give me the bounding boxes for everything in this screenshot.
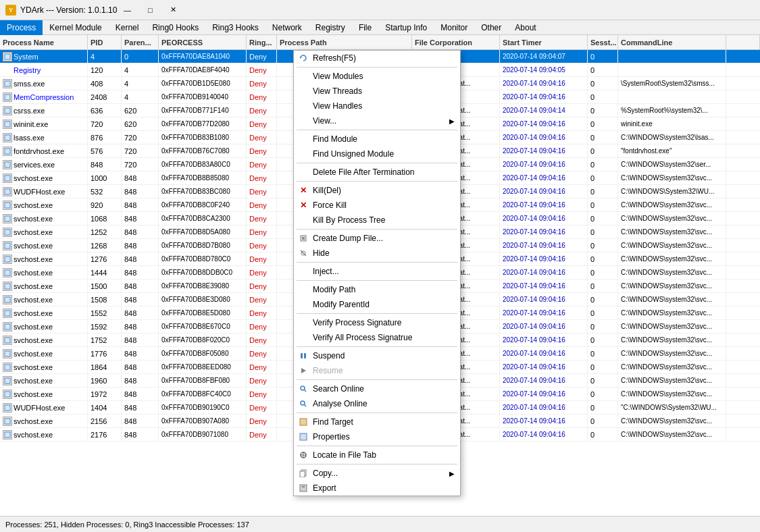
cell-ring: Deny	[247, 77, 277, 90]
context-menu-item-find-module[interactable]: Find Module	[294, 132, 460, 147]
cell-ring: Deny	[247, 117, 277, 130]
col-pid[interactable]: PID	[88, 35, 122, 49]
cell-timer: 2020-07-14 09:04:16	[500, 225, 588, 238]
cell-peorcess: 0xFFFA70DB9140040	[159, 90, 247, 103]
context-menu-item-export[interactable]: Export	[294, 481, 460, 496]
cell-cmd: \SystemRoot\System32\smss...	[618, 77, 726, 90]
context-menu-item-verify-sig[interactable]: Verify Process Signature	[294, 315, 460, 330]
cell-sess: 0	[588, 104, 618, 117]
cell-timer: 2020-07-14 09:04:16	[500, 117, 588, 130]
cell-timer: 2020-07-14 09:04:14	[500, 104, 588, 117]
svg-rect-6	[5, 149, 10, 154]
cell-ring: Deny	[247, 171, 277, 184]
col-process-path[interactable]: Process Path	[277, 35, 412, 49]
cell-sess: 0	[588, 415, 618, 427]
cell-peorcess: 0xFFFA70DB8E670C0	[159, 320, 247, 333]
process-name-text: svchost.exe	[14, 390, 53, 398]
menu-startup-info[interactable]: Startup Info	[378, 20, 434, 35]
cell-ring: Deny	[247, 361, 277, 373]
col-corp[interactable]: File Corporation	[412, 35, 500, 49]
cell-timer: 2020-07-14 09:04:16	[500, 171, 588, 184]
cell-cmd: C:\WINDOWS\system32\ser...	[618, 158, 726, 171]
menu-kernel-module[interactable]: Kernel Module	[43, 20, 108, 35]
cell-peorcess: 0xFFFA70DB8E39080	[159, 280, 247, 292]
menu-other[interactable]: Other	[474, 20, 508, 35]
context-menu-item-properties[interactable]: Properties	[294, 429, 460, 444]
cell-sess: 0	[588, 77, 618, 90]
cell-sess: 0	[588, 198, 618, 211]
context-menu-separator	[297, 229, 457, 230]
context-menu-item-dump[interactable]: Create Dump File...	[294, 231, 460, 246]
svg-rect-29	[301, 236, 306, 241]
cell-cmd: C:\WINDOWS\system32\svc...	[618, 198, 726, 211]
cell-name: svchost.exe	[0, 198, 88, 211]
cell-parent: 720	[122, 144, 159, 157]
context-menu-item-search-online[interactable]: Search Online	[294, 381, 460, 396]
context-menu-item-view-handles[interactable]: View Handles	[294, 99, 460, 113]
maximize-button[interactable]: □	[140, 3, 160, 18]
context-menu-item-copy[interactable]: Copy...▶	[294, 466, 460, 481]
ctx-label: Locate in File Tab	[313, 450, 376, 460]
context-menu-item-modify-path[interactable]: Modify Path	[294, 282, 460, 297]
process-icon	[3, 228, 12, 237]
context-menu-item-inject[interactable]: Inject...	[294, 264, 460, 279]
context-menu-item-view-modules[interactable]: View Modules	[294, 69, 460, 84]
svg-rect-13	[5, 243, 10, 248]
context-menu-item-hide[interactable]: Hide	[294, 246, 460, 261]
context-menu-item-analyse-online[interactable]: Analyse Online	[294, 396, 460, 411]
context-menu-item-view-threads[interactable]: View Threads	[294, 84, 460, 99]
menu-about[interactable]: About	[508, 20, 542, 35]
context-menu-item-delete-file[interactable]: Delete File After Termination	[294, 165, 460, 180]
col-sess[interactable]: Sesst...	[588, 35, 618, 49]
suspend-icon	[298, 350, 309, 361]
context-menu-item-modify-parent[interactable]: Modify ParentId	[294, 297, 460, 312]
cell-parent: 848	[122, 428, 159, 441]
context-menu-item-refresh[interactable]: Refresh(F5)	[294, 51, 460, 65]
cell-sess: 0	[588, 225, 618, 238]
col-cmd[interactable]: CommandLine	[618, 35, 726, 49]
col-ring[interactable]: Ring...	[247, 35, 277, 49]
close-button[interactable]: ✕	[163, 3, 183, 18]
context-menu-item-view[interactable]: View...▶	[294, 113, 460, 128]
ctx-label: Hide	[313, 248, 330, 258]
menu-network[interactable]: Network	[265, 20, 309, 35]
col-parent[interactable]: Paren...	[122, 35, 159, 49]
cell-peorcess: 0xFFFA70DB77D2080	[159, 117, 247, 130]
col-peorcess[interactable]: PEORCESS	[159, 35, 247, 49]
process-icon	[3, 349, 12, 358]
context-menu-item-force-kill[interactable]: ✕Force Kill	[294, 198, 460, 213]
col-timer[interactable]: Start Timer	[500, 35, 588, 49]
cell-ring: Deny	[247, 185, 277, 198]
context-menu-item-find-unsigned[interactable]: Find Unsigned Module	[294, 147, 460, 161]
cell-name: svchost.exe	[0, 212, 88, 225]
menu-file[interactable]: File	[352, 20, 378, 35]
minimize-button[interactable]: —	[117, 3, 137, 18]
menu-ring3-hooks[interactable]: Ring3 Hooks	[205, 20, 265, 35]
context-menu-item-kill-by-tree[interactable]: Kill By Process Tree	[294, 213, 460, 228]
svg-rect-48	[300, 485, 307, 491]
context-menu-item-locate-file[interactable]: Locate in File Tab	[294, 448, 460, 462]
cell-parent: 848	[122, 266, 159, 279]
dump-icon	[298, 233, 309, 244]
context-menu-separator	[297, 181, 457, 182]
context-menu-item-suspend[interactable]: Suspend	[294, 348, 460, 363]
menu-process[interactable]: Process	[0, 20, 43, 35]
menu-monitor[interactable]: Monitor	[434, 20, 474, 35]
cell-peorcess: 0xFFFA70DB9071080	[159, 428, 247, 441]
cell-name: svchost.exe	[0, 225, 88, 238]
menu-registry[interactable]: Registry	[309, 20, 352, 35]
cell-peorcess: 0xFFFA70DAE8F4040	[159, 63, 247, 76]
context-menu-item-kill[interactable]: ✕Kill(Del)	[294, 183, 460, 198]
cell-sess: 0	[588, 158, 618, 171]
context-menu-item-verify-all[interactable]: Verify All Process Signatrue	[294, 330, 460, 345]
search-icon	[298, 383, 309, 394]
cell-timer: 2020-07-14 09:04:16	[500, 388, 588, 400]
col-process-name[interactable]: Process Name	[0, 35, 88, 49]
context-menu-item-find-target[interactable]: Find Target	[294, 415, 460, 429]
menu-ring0-hooks[interactable]: Ring0 Hooks	[145, 20, 205, 35]
cell-ring: Deny	[247, 144, 277, 157]
cell-pid: 1268	[88, 239, 122, 252]
menu-kernel[interactable]: Kernel	[109, 20, 146, 35]
cell-cmd: C:\WINDOWS\system32\svc...	[618, 428, 726, 441]
cell-pid: 1508	[88, 293, 122, 306]
